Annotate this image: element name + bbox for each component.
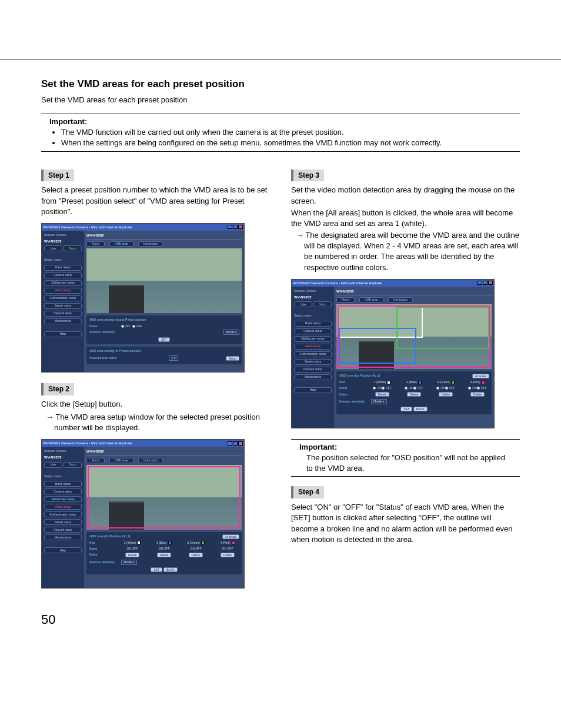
delete-button[interactable]: Delete (157, 553, 171, 557)
vmd-area-4-pink (338, 305, 490, 368)
top-rule (0, 59, 561, 59)
setup-button[interactable]: Setup (226, 356, 239, 361)
page-subtitle: Set the VMD areas for each preset positi… (41, 95, 520, 105)
video-preview[interactable] (86, 465, 242, 530)
sidebar-alarm[interactable]: Alarm setup (44, 288, 82, 294)
important-label: Important: (299, 442, 512, 453)
set-button[interactable]: SET (400, 407, 412, 411)
step-3-text1: Set the video motion detection area by d… (291, 185, 520, 206)
step-2-text: Click the [Setup] button. (41, 399, 270, 410)
step-2-badge: Step 2 (41, 383, 74, 395)
screenshot-step2: WV-NS202 Network Camera - Microsoft Inte… (41, 439, 245, 589)
page-number: 50 (41, 611, 520, 629)
sidebar-help[interactable]: Help (44, 331, 82, 337)
window-controls (228, 225, 243, 229)
tab-alarm[interactable]: Alarm (86, 241, 105, 247)
video-preview[interactable] (86, 248, 242, 313)
tab-notification[interactable]: Notification (138, 241, 163, 247)
important-label: Important: (41, 117, 520, 127)
sidebar-multiscreen[interactable]: Multiscreen setup (44, 280, 82, 286)
divider (41, 114, 520, 114)
divider (41, 151, 520, 152)
sidebar-maintenance[interactable]: Maintenance (44, 318, 82, 324)
sidebar-basic[interactable]: Basic setup (44, 265, 82, 271)
delete-button[interactable]: Delete (221, 553, 235, 557)
setup-tab[interactable]: Setup (64, 245, 82, 251)
all-areas-button[interactable]: All areas (222, 534, 239, 539)
all-areas-button[interactable]: All areas (472, 374, 489, 378)
page-title: Set the VMD areas for each preset positi… (41, 77, 520, 91)
set-button[interactable]: SET (151, 567, 162, 572)
delete-button[interactable]: Delete (375, 392, 389, 397)
sidebar-network[interactable]: Network setup (44, 311, 82, 317)
step-4-badge: Step 4 (291, 486, 324, 498)
window-title: WV-NS202 Network Camera - Microsoft Inte… (43, 225, 132, 230)
sensitivity-select[interactable]: Middle ▾ (223, 330, 239, 335)
screenshot-step1: WV-NS202 Network Camera - Microsoft Inte… (41, 223, 245, 373)
important-block: Important: The VMD function will be carr… (41, 114, 520, 152)
radio-off[interactable] (132, 325, 135, 328)
screenshot-step3: WV-NS202 Network Camera - Microsoft Inte… (291, 279, 495, 428)
vmd-outline (88, 466, 241, 528)
delete-button[interactable]: Delete (125, 553, 139, 557)
sidebar-server[interactable]: Server setup (44, 303, 82, 309)
preset-select[interactable]: 1 ▾ (169, 355, 178, 361)
set-button[interactable]: SET (158, 337, 170, 342)
radio-on[interactable] (121, 325, 124, 328)
step-3-text2: When the [All areas] button is clicked, … (291, 208, 520, 229)
delete-button[interactable]: Delete (470, 392, 485, 397)
live-tab[interactable]: Live (44, 245, 62, 251)
step-3-badge: Step 3 (291, 169, 324, 182)
delete-button[interactable]: Delete (407, 392, 421, 397)
step-1-badge: Step 1 (41, 169, 74, 182)
tab-vmd[interactable]: VMD area (109, 241, 133, 247)
right-column: Step 3 Set the video motion detection ar… (291, 169, 520, 600)
important-2-text: The position selected for "OSD position"… (299, 453, 512, 474)
video-preview[interactable] (336, 304, 492, 369)
sidebar-camera[interactable]: Camera setup (44, 272, 82, 278)
back-button[interactable]: BACK (163, 567, 178, 572)
sidebar-auth[interactable]: Authentication setup (44, 295, 82, 301)
important-item: The VMD function will be carried out onl… (61, 127, 520, 138)
step-3-arrow: The designated area will become the VMD … (291, 230, 520, 273)
step-1-text: Select a preset position number to which… (41, 185, 270, 217)
step-4-text: Select "ON" or "OFF" for "Status" of eac… (291, 502, 520, 545)
back-button[interactable]: BACK (413, 407, 428, 411)
left-column: Step 1 Select a preset position number t… (41, 169, 270, 600)
delete-button[interactable]: Delete (439, 392, 453, 397)
important-item: When the settings are being configured o… (61, 138, 520, 148)
delete-button[interactable]: Delete (189, 553, 203, 557)
step-2-arrow: The VMD area setup window for the select… (41, 412, 270, 433)
important-block-2: Important: The position selected for "OS… (291, 439, 520, 477)
